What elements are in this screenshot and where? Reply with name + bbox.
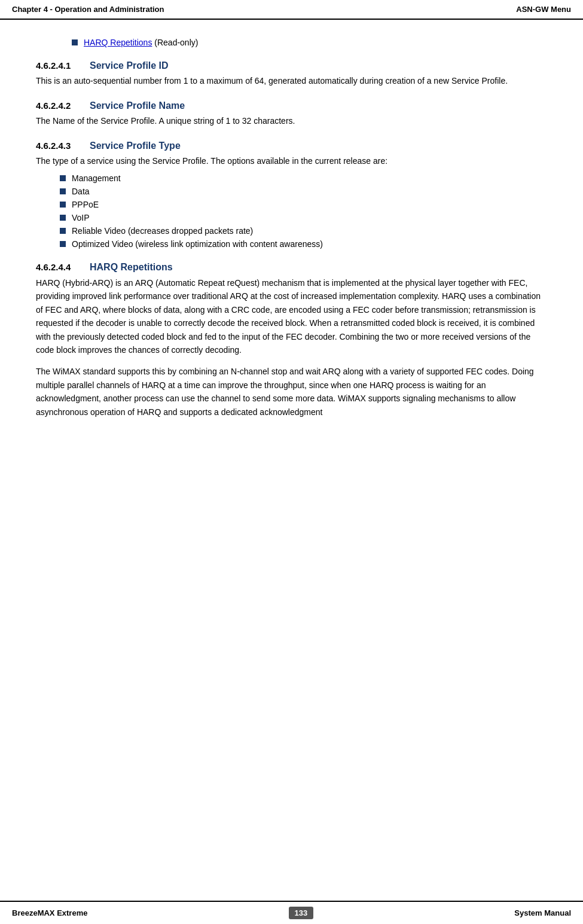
bullet-management: Management — [60, 173, 547, 183]
section-4623-number: 4.6.2.4.3 — [36, 141, 90, 151]
bullet-square-icon — [60, 228, 66, 234]
chapter-title: Chapter 4 - Operation and Administration — [12, 5, 164, 14]
bullet-square-icon — [60, 202, 66, 208]
section-4623: 4.6.2.4.3 Service Profile Type The type … — [36, 141, 547, 249]
section-4621-body: This is an auto-sequential number from 1… — [36, 75, 547, 87]
bullet-pppoe-text: PPPoE — [72, 200, 99, 209]
section-4622-header: 4.6.2.4.2 Service Profile Name — [36, 100, 547, 111]
page-content: HARQ Repetitions (Read-only) 4.6.2.4.1 S… — [0, 20, 583, 431]
section-4624-title: HARQ Repetitions — [90, 262, 173, 273]
bullet-square-icon — [60, 215, 66, 221]
intro-bullet: HARQ Repetitions (Read-only) — [72, 38, 547, 47]
bullet-data: Data — [60, 187, 547, 196]
section-4621-title: Service Profile ID — [90, 60, 169, 71]
section-4621-header: 4.6.2.4.1 Service Profile ID — [36, 60, 547, 71]
section-4623-header: 4.6.2.4.3 Service Profile Type — [36, 141, 547, 151]
bullet-reliable-video: Reliable Video (decreases dropped packet… — [60, 226, 547, 236]
page-footer: BreezeMAX Extreme 133 System Manual — [0, 901, 583, 924]
read-only-suffix: (Read-only) — [152, 38, 198, 47]
bullet-square-icon — [60, 188, 66, 194]
bullet-icon — [72, 39, 78, 45]
intro-bullet-text: HARQ Repetitions (Read-only) — [84, 38, 198, 47]
bullet-management-text: Management — [72, 173, 121, 183]
section-4624-header: 4.6.2.4.4 HARQ Repetitions — [36, 262, 547, 273]
section-4622: 4.6.2.4.2 Service Profile Name The Name … — [36, 100, 547, 127]
bullet-voip-text: VoIP — [72, 213, 90, 222]
section-4622-number: 4.6.2.4.2 — [36, 100, 90, 111]
section-4623-body: The type of a service using the Service … — [36, 155, 547, 167]
bullet-optimized-video: Optimized Video (wireless link optimizat… — [60, 239, 547, 249]
page-header: Chapter 4 - Operation and Administration… — [0, 0, 583, 20]
footer-right: System Manual — [514, 908, 571, 917]
footer-left: BreezeMAX Extreme — [12, 908, 87, 917]
harq-link[interactable]: HARQ Repetitions — [84, 38, 152, 47]
section-4623-title: Service Profile Type — [90, 141, 181, 151]
section-4624-number: 4.6.2.4.4 — [36, 262, 90, 272]
footer-page-number: 133 — [289, 907, 314, 919]
menu-title: ASN-GW Menu — [516, 5, 571, 14]
section-4624-body2: The WiMAX standard supports this by comb… — [36, 365, 547, 419]
bullet-optimized-video-text: Optimized Video (wireless link optimizat… — [72, 239, 323, 249]
section-4623-bullets: Management Data PPPoE VoIP Reliable Vide… — [36, 173, 547, 249]
section-4622-title: Service Profile Name — [90, 100, 185, 111]
bullet-square-icon — [60, 175, 66, 181]
section-4621: 4.6.2.4.1 Service Profile ID This is an … — [36, 60, 547, 87]
bullet-data-text: Data — [72, 187, 90, 196]
bullet-pppoe: PPPoE — [60, 200, 547, 209]
section-4624-body1: HARQ (Hybrid-ARQ) is an ARQ (Automatic R… — [36, 276, 547, 356]
bullet-reliable-video-text: Reliable Video (decreases dropped packet… — [72, 226, 253, 236]
section-4622-body: The Name of the Service Profile. A uniqu… — [36, 115, 547, 127]
section-4624: 4.6.2.4.4 HARQ Repetitions HARQ (Hybrid-… — [36, 262, 547, 419]
section-4621-number: 4.6.2.4.1 — [36, 60, 90, 71]
bullet-square-icon — [60, 241, 66, 247]
bullet-voip: VoIP — [60, 213, 547, 222]
